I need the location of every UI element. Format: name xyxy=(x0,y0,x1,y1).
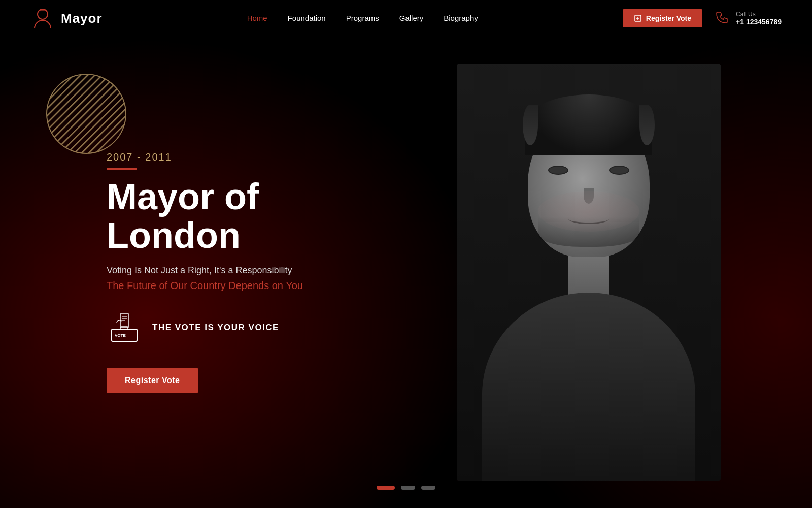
hero-vote-box: VOTE THE VOTE IS YOUR VOICE xyxy=(107,310,365,345)
register-icon xyxy=(634,14,642,22)
brand[interactable]: Mayor xyxy=(30,6,103,30)
brand-name: Mayor xyxy=(61,11,103,26)
hero-subtitle: Voting Is Not Just a Right, It's a Respo… xyxy=(107,265,365,276)
hero-register-button[interactable]: Register Vote xyxy=(107,368,198,393)
call-info: Call Us +1 123456789 xyxy=(736,11,782,26)
hero-photo xyxy=(447,37,731,508)
nav-home[interactable]: Home xyxy=(247,14,267,23)
hero-title: Mayor of London xyxy=(107,178,365,255)
nav-register-button[interactable]: Register Vote xyxy=(623,9,702,27)
nav-programs[interactable]: Programs xyxy=(346,14,379,23)
navbar: Mayor Home Foundation Programs Gallery B… xyxy=(0,0,812,37)
nav-links: Home Foundation Programs Gallery Biograp… xyxy=(247,14,478,23)
hero-content: 2007 - 2011 Mayor of London Voting Is No… xyxy=(0,151,365,393)
nav-biography[interactable]: Biography xyxy=(444,14,478,23)
slider-dots xyxy=(377,486,435,490)
decor-circle-top xyxy=(46,73,127,154)
hero-year: 2007 - 2011 xyxy=(107,151,365,163)
slider-dot-3[interactable] xyxy=(421,486,435,490)
nav-gallery[interactable]: Gallery xyxy=(399,14,424,23)
hero-photo-inner xyxy=(457,64,721,481)
vote-box-icon: VOTE xyxy=(107,310,142,345)
slider-dot-2[interactable] xyxy=(401,486,415,490)
phone-icon xyxy=(715,10,731,26)
hero-divider xyxy=(107,168,137,170)
hero-vote-text: THE VOTE IS YOUR VOICE xyxy=(152,323,279,333)
striped-circle-top xyxy=(46,73,127,154)
hero-section: 2007 - 2011 Mayor of London Voting Is No… xyxy=(0,37,812,508)
nav-foundation[interactable]: Foundation xyxy=(288,14,326,23)
svg-rect-1 xyxy=(40,9,46,11)
vote-icon-wrap: VOTE xyxy=(107,310,142,345)
slider-dot-1[interactable] xyxy=(377,486,395,490)
nav-right: Register Vote Call Us +1 123456789 xyxy=(623,9,782,27)
mayor-icon xyxy=(30,6,55,30)
svg-text:VOTE: VOTE xyxy=(115,333,126,338)
hero-tagline: The Future of Our Country Depends on You xyxy=(107,280,365,292)
person-image xyxy=(457,64,721,481)
call-us: Call Us +1 123456789 xyxy=(715,10,782,26)
